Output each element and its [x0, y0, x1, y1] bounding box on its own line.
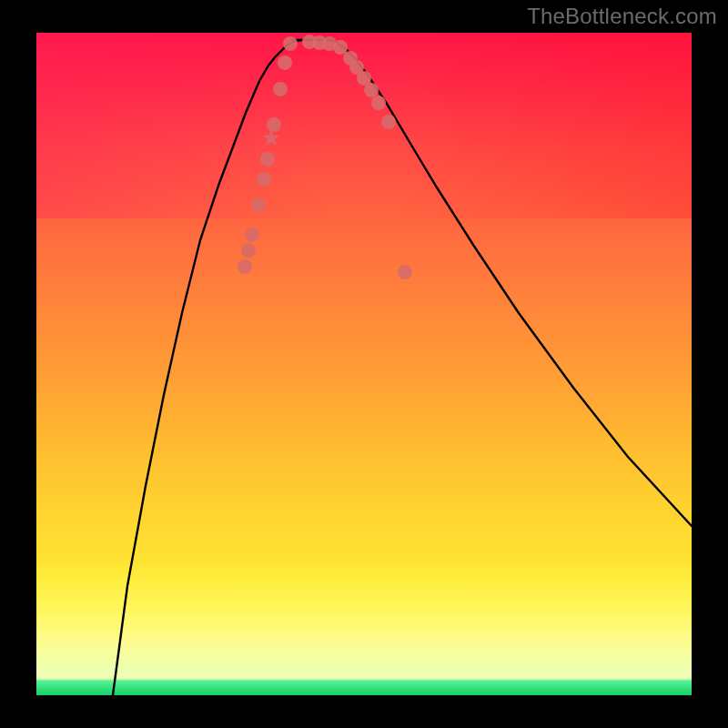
- data-dot: [257, 172, 271, 187]
- data-dot: [241, 243, 256, 258]
- data-dot: [267, 117, 281, 132]
- left-star-marker: [263, 129, 280, 146]
- data-dot: [245, 228, 259, 242]
- data-dot: [364, 83, 379, 97]
- data-dot: [371, 96, 386, 110]
- right-curve: [332, 40, 692, 526]
- data-dot: [283, 36, 298, 51]
- data-dot: [333, 40, 348, 55]
- curve-layer: [36, 33, 692, 695]
- data-dot: [381, 115, 396, 129]
- left-dots: [238, 36, 298, 274]
- data-dot: [260, 152, 275, 167]
- data-dot: [278, 56, 292, 70]
- chart-frame: TheBottleneck.com: [0, 0, 728, 728]
- star-icon: [263, 129, 280, 146]
- data-dot: [251, 197, 266, 212]
- watermark-text: TheBottleneck.com: [527, 4, 717, 29]
- right-outlier-dot: [398, 265, 412, 279]
- plot-area: [36, 33, 692, 695]
- data-dot: [238, 259, 252, 274]
- data-dot: [273, 82, 288, 96]
- right-dots: [302, 35, 396, 129]
